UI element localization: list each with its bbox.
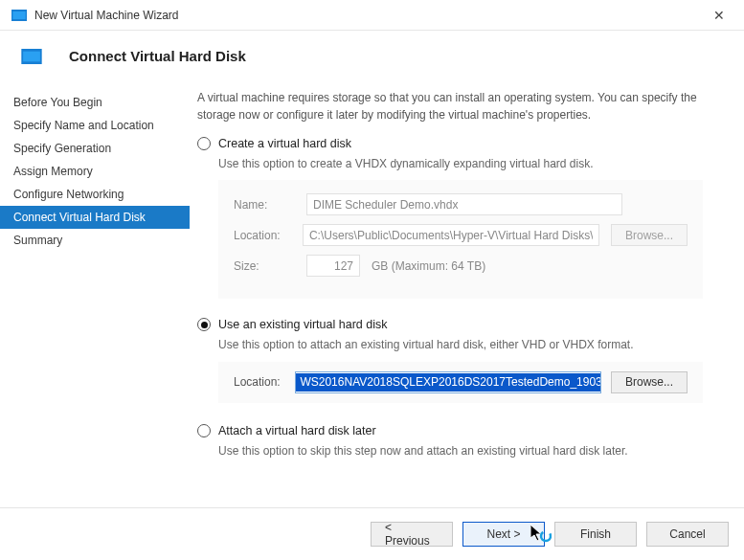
create-name-label: Name: (234, 198, 295, 212)
create-size-label: Size: (234, 259, 295, 273)
existing-location-value: WS2016NAV2018SQLEXP2016DS2017TestedDemo_… (296, 373, 601, 392)
page-title: Connect Virtual Hard Disk (69, 48, 246, 64)
sidebar-item-connect-vhd[interactable]: Connect Virtual Hard Disk (0, 206, 190, 229)
create-size-unit: GB (Maximum: 64 TB) (372, 259, 485, 273)
sidebar-item-memory[interactable]: Assign Memory (0, 160, 190, 183)
next-button[interactable]: Next > (462, 522, 545, 547)
create-location-input (303, 224, 599, 246)
close-button[interactable]: ✕ (706, 4, 733, 27)
create-size-input (306, 255, 360, 277)
option-existing-vhd[interactable]: Use an existing virtual hard disk (197, 318, 723, 331)
option-existing-label: Use an existing virtual hard disk (218, 318, 387, 331)
intro-text: A virtual machine requires storage so th… (197, 89, 723, 123)
option-create-vhd[interactable]: Create a virtual hard disk (197, 137, 723, 150)
create-location-label: Location: (234, 229, 291, 242)
existing-browse-button[interactable]: Browse... (611, 371, 688, 393)
main-content: A virtual machine requires storage so th… (190, 87, 744, 477)
option-later-help: Use this option to skip this step now an… (218, 443, 723, 459)
previous-button[interactable]: < Previous (371, 522, 453, 547)
create-browse-button: Browse... (611, 224, 688, 246)
wizard-steps-sidebar: Before You Begin Specify Name and Locati… (0, 87, 190, 477)
sidebar-item-before-you-begin[interactable]: Before You Begin (0, 91, 190, 114)
svg-rect-3 (23, 51, 40, 61)
existing-location-label: Location: (234, 375, 285, 389)
option-existing-help: Use this option to attach an existing vi… (218, 337, 723, 353)
option-create-label: Create a virtual hard disk (218, 137, 351, 150)
cancel-button[interactable]: Cancel (646, 522, 729, 547)
radio-icon (197, 424, 211, 437)
svg-rect-1 (12, 11, 25, 19)
sidebar-item-networking[interactable]: Configure Networking (0, 183, 190, 206)
window-title: New Virtual Machine Wizard (34, 9, 179, 22)
option-create-help: Use this option to create a VHDX dynamic… (218, 156, 723, 172)
create-name-input (306, 193, 622, 215)
existing-vhd-panel: Location: WS2016NAV2018SQLEXP2016DS2017T… (218, 362, 703, 403)
sidebar-item-generation[interactable]: Specify Generation (0, 137, 190, 160)
disk-icon (21, 49, 42, 64)
titlebar: New Virtual Machine Wizard ✕ (0, 0, 744, 31)
radio-icon (197, 137, 211, 150)
option-later-label: Attach a virtual hard disk later (218, 424, 376, 437)
wizard-icon (11, 10, 27, 21)
existing-location-input[interactable]: WS2016NAV2018SQLEXP2016DS2017TestedDemo_… (295, 371, 601, 393)
sidebar-item-summary[interactable]: Summary (0, 229, 190, 252)
wizard-footer: < Previous Next > Finish Cancel (0, 507, 744, 560)
radio-icon-selected (197, 318, 211, 331)
page-header: Connect Virtual Hard Disk (0, 31, 744, 87)
create-vhd-panel: Name: Location: Browse... Size: GB (Maxi… (218, 180, 703, 299)
option-attach-later[interactable]: Attach a virtual hard disk later (197, 424, 723, 437)
sidebar-item-name-location[interactable]: Specify Name and Location (0, 114, 190, 137)
finish-button[interactable]: Finish (554, 522, 637, 547)
